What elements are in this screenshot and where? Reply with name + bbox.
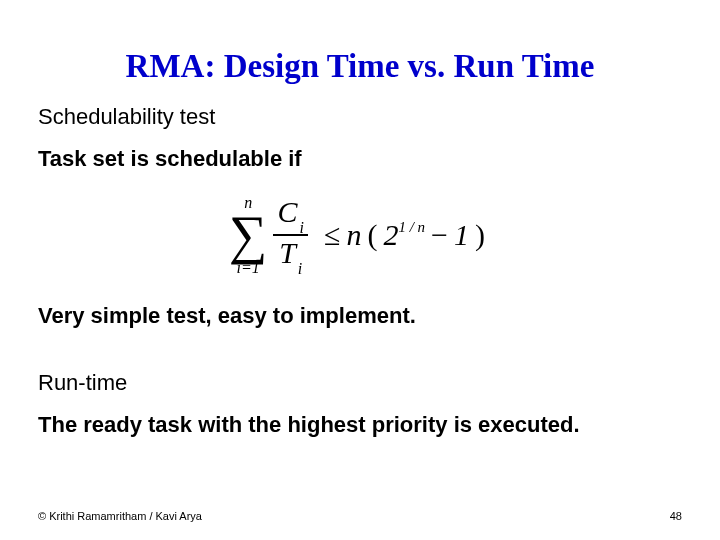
fraction-ci-ti: Ci Ti xyxy=(273,197,307,273)
line-simple-test: Very simple test, easy to implement. xyxy=(38,302,682,330)
sum-lower-limit: i=1 xyxy=(237,260,260,276)
denominator-subscript: i xyxy=(298,260,302,277)
rhs-one: 1 xyxy=(454,218,469,252)
line-highest-priority: The ready task with the highest priority… xyxy=(38,411,682,439)
rhs-exponent: 1 / n xyxy=(398,219,425,236)
denominator-base: T xyxy=(279,236,296,269)
fraction-denominator: Ti xyxy=(275,238,306,273)
minus-operator: − xyxy=(425,218,454,252)
rma-formula: n ∑ i=1 Ci Ti ≤ n ( 21 / n − 1 ) xyxy=(229,195,491,276)
line-runtime: Run-time xyxy=(38,369,682,397)
fraction-numerator: Ci xyxy=(273,197,307,232)
close-paren: ) xyxy=(469,218,491,252)
open-paren: ( xyxy=(361,218,383,252)
rhs-n: n xyxy=(346,218,361,252)
rhs-base: 2 xyxy=(383,218,398,252)
slide-footer: © Krithi Ramamritham / Kavi Arya 48 xyxy=(38,510,682,522)
sigma-icon: ∑ xyxy=(229,211,268,260)
summation-symbol: n ∑ i=1 xyxy=(229,195,268,276)
footer-copyright: © Krithi Ramamritham / Kavi Arya xyxy=(38,510,202,522)
leq-operator: ≤ xyxy=(318,218,346,252)
line-schedulability-test: Schedulability test xyxy=(38,103,682,131)
numerator-base: C xyxy=(277,195,297,228)
footer-page-number: 48 xyxy=(670,510,682,522)
line-task-set-schedulable: Task set is schedulable if xyxy=(38,145,682,173)
numerator-subscript: i xyxy=(300,219,304,236)
formula-container: n ∑ i=1 Ci Ti ≤ n ( 21 / n − 1 ) xyxy=(38,194,682,276)
slide-title: RMA: Design Time vs. Run Time xyxy=(38,48,682,85)
